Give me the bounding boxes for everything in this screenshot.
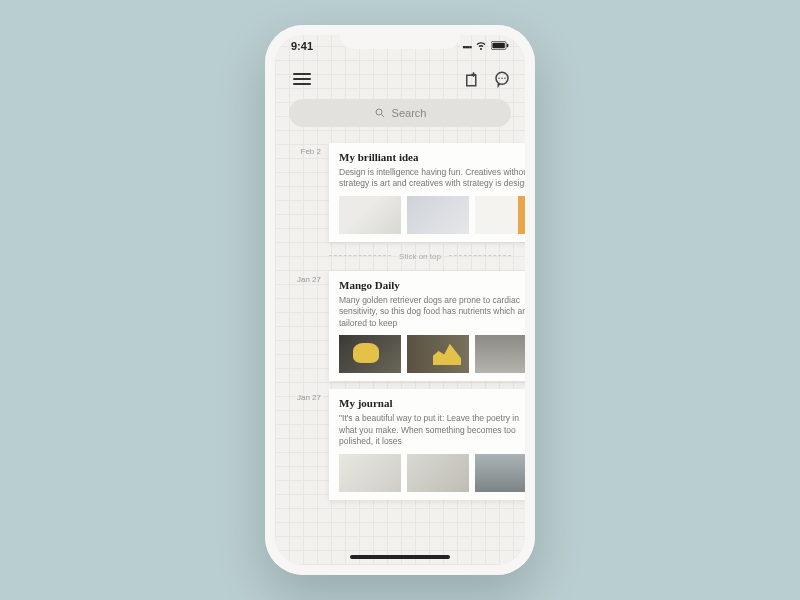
entry-thumbnails xyxy=(339,454,525,492)
entry-body: Design is intelligence having fun. Creat… xyxy=(339,167,525,190)
entry-card[interactable]: Mango Daily Many golden retriever dogs a… xyxy=(329,271,525,381)
thumbnail[interactable] xyxy=(407,196,469,234)
thumbnail[interactable] xyxy=(339,335,401,373)
topbar xyxy=(275,65,525,95)
entry-date: Feb 2 xyxy=(289,143,321,242)
entry-date: Jan 27 xyxy=(289,271,321,381)
divider-label: Stick on top xyxy=(399,252,441,261)
signal-icon: ▪▪▪▪ xyxy=(462,40,471,52)
thumbnail[interactable] xyxy=(339,454,401,492)
svg-point-4 xyxy=(376,109,382,115)
home-indicator[interactable] xyxy=(350,555,450,559)
entry-date: Jan 27 xyxy=(289,389,321,499)
status-time: 9:41 xyxy=(291,40,313,52)
entry-card[interactable]: My brilliant idea Design is intelligence… xyxy=(329,143,525,242)
top-actions xyxy=(463,70,511,88)
screen: Search Feb 2 My brilliant idea Design is… xyxy=(275,35,525,565)
svg-rect-1 xyxy=(492,42,504,48)
entry-body: "It's a beautiful way to put it: Leave t… xyxy=(339,413,525,447)
wifi-icon xyxy=(475,39,487,53)
thumbnail[interactable] xyxy=(475,196,525,234)
status-indicators: ▪▪▪▪ xyxy=(462,39,509,53)
battery-icon xyxy=(491,41,509,52)
feed[interactable]: Feb 2 My brilliant idea Design is intell… xyxy=(275,137,525,565)
entry-card[interactable]: My journal "It's a beautiful way to put … xyxy=(329,389,525,499)
menu-button[interactable] xyxy=(289,69,315,89)
thumbnail[interactable] xyxy=(475,335,525,373)
entry[interactable]: Feb 2 My brilliant idea Design is intell… xyxy=(275,137,525,244)
entry-thumbnails xyxy=(339,196,525,234)
status-bar: 9:41 ▪▪▪▪ xyxy=(265,37,535,55)
svg-rect-2 xyxy=(507,43,508,46)
stick-on-top-divider: Stick on top xyxy=(329,252,511,261)
entry-thumbnails xyxy=(339,335,525,373)
thumbnail[interactable] xyxy=(407,454,469,492)
entry[interactable]: Jan 27 Mango Daily Many golden retriever… xyxy=(275,265,525,383)
search-bar[interactable]: Search xyxy=(289,99,511,127)
entry-title: My journal xyxy=(339,397,525,409)
thumbnail[interactable] xyxy=(475,454,525,492)
chat-icon[interactable] xyxy=(493,70,511,88)
entry-title: Mango Daily xyxy=(339,279,525,291)
phone-frame: 9:41 ▪▪▪▪ xyxy=(265,25,535,575)
entry-body: Many golden retriever dogs are prone to … xyxy=(339,295,525,329)
svg-line-5 xyxy=(381,115,384,118)
entry[interactable]: Jan 27 My journal "It's a beautiful way … xyxy=(275,383,525,501)
thumbnail[interactable] xyxy=(407,335,469,373)
entry-title: My brilliant idea xyxy=(339,151,525,163)
search-placeholder: Search xyxy=(392,107,427,119)
thumbnail[interactable] xyxy=(339,196,401,234)
compose-icon[interactable] xyxy=(463,70,481,88)
search-icon xyxy=(374,107,386,119)
